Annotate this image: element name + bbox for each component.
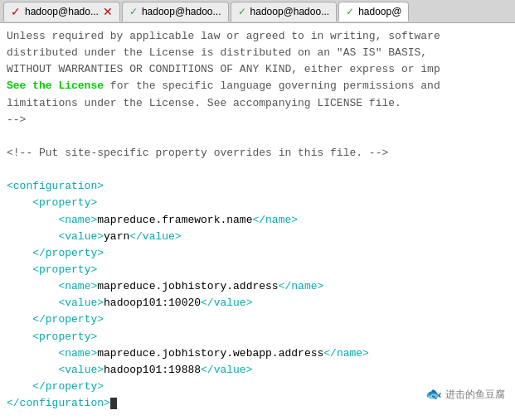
property-2-close: </property> [32, 313, 104, 326]
property-3-close: </property> [32, 380, 104, 393]
value-1-text: yarn [104, 230, 129, 243]
name-1-open: <name> [58, 214, 97, 226]
name-3-value: mapreduce.jobhistory.webapp.address [97, 347, 323, 360]
name-2-open: <name> [58, 280, 97, 292]
tab-4[interactable]: ✓ hadoop@ [338, 2, 409, 22]
tab-2-check-icon: ✓ [129, 6, 138, 17]
tab-3-label: hadoop@hadoo... [250, 6, 330, 17]
value-1-open: <value> [58, 230, 104, 243]
tab-3[interactable]: ✓ hadoop@hadoo... [231, 2, 338, 22]
config-open-tag: <configuration> [7, 180, 104, 192]
property-2-open: <property> [32, 263, 97, 276]
tab-4-label: hadoop@ [358, 6, 401, 17]
comment-line-4-see: See the License [7, 80, 104, 92]
tab-1-close-icon[interactable]: ✓ [11, 5, 21, 18]
text-cursor [110, 398, 117, 409]
tab-1[interactable]: ✓ hadoop@hado... ✕ [3, 2, 120, 22]
tab-2-label: hadoop@hadoo... [142, 6, 221, 17]
comment-line-3: WITHOUT WARRANTIES OR CONDITIONS OF ANY … [7, 63, 440, 75]
tab-3-check-icon: ✓ [238, 6, 246, 17]
property-1-open: <property> [32, 196, 97, 209]
value-1-close: </value> [129, 230, 181, 243]
value-2-close: </value> [201, 297, 252, 309]
name-3-open: <name> [58, 347, 97, 360]
watermark: 🐟 进击的鱼豆腐 [425, 384, 505, 405]
code-editor: Unless required by applicable law or agr… [0, 23, 515, 420]
tab-2[interactable]: ✓ hadoop@hadoo... [122, 2, 229, 22]
value-3-text: hadoop101:19888 [104, 364, 201, 376]
value-3-open: <value> [58, 364, 104, 376]
code-content: Unless required by applicable law or agr… [7, 28, 508, 412]
put-comment: <!-- Put site-specific property override… [7, 147, 388, 159]
property-3-open: <property> [32, 331, 97, 343]
comment-line-5: limitations under the License. See accom… [7, 97, 401, 109]
comment-close: --> [7, 113, 26, 126]
property-1-close: </property> [32, 247, 104, 259]
tab-1-label: hadoop@hado... [25, 6, 99, 17]
config-close-tag: </configuration> [7, 397, 110, 409]
value-3-close: </value> [201, 364, 252, 376]
comment-line-2: distributed under the License is distrib… [7, 46, 427, 59]
name-2-value: mapreduce.jobhistory.address [97, 280, 278, 292]
value-2-open: <value> [58, 297, 104, 309]
name-1-value: mapreduce.framework.name [97, 214, 252, 226]
comment-line-1: Unless required by applicable law or agr… [7, 30, 440, 42]
name-1-close: </name> [252, 214, 298, 226]
watermark-text: 进击的鱼豆腐 [445, 387, 505, 403]
watermark-icon: 🐟 [425, 384, 442, 405]
tab-4-check-icon: ✓ [346, 6, 354, 17]
value-2-text: hadoop101:10020 [104, 297, 201, 309]
name-2-close: </name> [279, 280, 324, 292]
tab-bar: ✓ hadoop@hado... ✕ ✓ hadoop@hadoo... ✓ h… [0, 0, 515, 23]
name-3-close: </name> [323, 347, 369, 360]
tab-1-x-icon[interactable]: ✕ [103, 5, 113, 18]
comment-line-4-rest: for the specific language governing perm… [104, 80, 440, 92]
